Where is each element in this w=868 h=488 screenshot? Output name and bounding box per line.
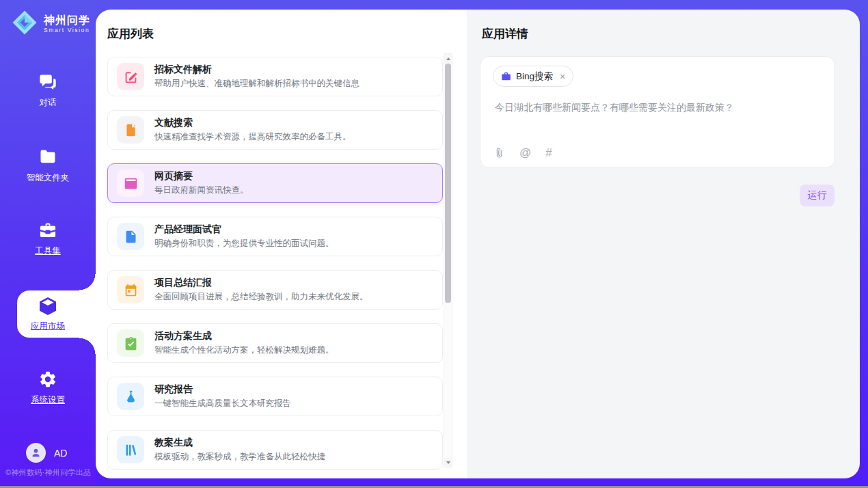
app-item-description: 一键智能生成高质量长文本研究报告 <box>154 399 291 409</box>
sidebar-item-folder[interactable]: 智能文件夹 <box>0 148 96 184</box>
doc-icon <box>117 223 144 250</box>
book-icon <box>117 116 144 144</box>
sidebar-item-cube[interactable]: 应用市场 <box>0 295 96 332</box>
sidebar: 神州问学 Smart Vision 对话智能文件夹工具集应用市场系统设置 AD … <box>0 0 96 486</box>
prompt-card: Bing搜索 × 今日湖北有哪些新闻要点？有哪些需要关注的最新政策？ @ # <box>480 56 835 168</box>
app-item-text: 网页摘要每日政府新闻资讯快查。 <box>154 171 249 195</box>
browser-icon <box>117 170 144 197</box>
books-icon <box>117 436 144 463</box>
app-item-description: 模板驱动，教案秒成，教学准备从此轻松快捷 <box>154 452 325 462</box>
app-item-title: 产品经理面试官 <box>154 224 334 234</box>
app-list-item[interactable]: 文献搜索快速精准查找学术资源，提高研究效率的必备工具。 <box>107 110 443 150</box>
app-item-title: 教案生成 <box>154 437 325 448</box>
scrollbar[interactable] <box>444 53 452 467</box>
app-list-item[interactable]: 活动方案生成智能生成个性化活动方案，轻松解决规划难题。 <box>107 323 443 363</box>
main-content: 应用列表 招标文件解析帮助用户快速、准确地理解和解析招标书中的关键信息文献搜索快… <box>96 10 860 478</box>
app-item-description: 每日政府新闻资讯快查。 <box>154 186 249 195</box>
app-item-text: 教案生成模板驱动，教案秒成，教学准备从此轻松快捷 <box>154 437 325 461</box>
app-list-item[interactable]: 研究报告一键智能生成高质量长文本研究报告 <box>107 377 443 416</box>
sidebar-item-label: 对话 <box>40 97 57 109</box>
sidebar-item-toolbox[interactable]: 工具集 <box>0 221 96 257</box>
app-item-text: 招标文件解析帮助用户快速、准确地理解和解析招标书中的关键信息 <box>154 64 360 88</box>
briefcase-icon <box>501 71 511 81</box>
mention-icon[interactable]: @ <box>519 147 531 159</box>
app-item-title: 网页摘要 <box>154 171 249 181</box>
sidebar-item-chat[interactable]: 对话 <box>0 72 96 109</box>
chat-icon <box>38 72 57 92</box>
calendar-icon <box>117 276 144 303</box>
app-item-title: 招标文件解析 <box>154 64 360 74</box>
folder-icon <box>38 148 57 167</box>
app-item-text: 研究报告一键智能生成高质量长文本研究报告 <box>154 384 291 408</box>
app-item-description: 智能生成个性化活动方案，轻松解决规划难题。 <box>154 346 334 355</box>
flask-icon <box>117 383 144 410</box>
app-item-text: 活动方案生成智能生成个性化活动方案，轻松解决规划难题。 <box>154 331 334 355</box>
paperclip-icon[interactable] <box>493 147 505 159</box>
input-toolbar: @ # <box>493 147 552 159</box>
down-arrow-icon <box>446 461 450 464</box>
app-list-item[interactable]: 项目总结汇报全面回顾项目进展，总结经验教训，助力未来优化发展。 <box>107 270 443 310</box>
tool-chip-bing-search[interactable]: Bing搜索 × <box>493 66 573 87</box>
clipboard-check-icon <box>117 329 144 357</box>
app-item-description: 全面回顾项目进展，总结经验教训，助力未来优化发展。 <box>154 293 368 302</box>
close-icon[interactable]: × <box>560 72 565 81</box>
hashtag-icon[interactable]: # <box>545 147 552 159</box>
cube-icon <box>37 295 59 317</box>
app-item-title: 活动方案生成 <box>154 331 334 341</box>
app-list-item[interactable]: 招标文件解析帮助用户快速、准确地理解和解析招标书中的关键信息 <box>107 57 443 96</box>
tool-chip-label: Bing搜索 <box>516 70 553 83</box>
app-list-title: 应用列表 <box>107 26 154 42</box>
active-nav-curve-bottom <box>79 338 96 354</box>
app-item-text: 文献搜索快速精准查找学术资源，提高研究效率的必备工具。 <box>154 118 351 141</box>
scrollbar-down-button[interactable] <box>444 458 452 467</box>
app-item-description: 帮助用户快速、准确地理解和解析招标书中的关键信息 <box>154 79 360 89</box>
app-detail-panel: 应用详情 Bing搜索 × 今日湖北有哪些新闻要点？有哪些需要关注的最新政策？ … <box>467 10 860 478</box>
active-nav-curve-top <box>79 274 96 290</box>
app-list: 招标文件解析帮助用户快速、准确地理解和解析招标书中的关键信息文献搜索快速精准查找… <box>107 57 443 478</box>
app-item-text: 项目总结汇报全面回顾项目进展，总结经验教训，助力未来优化发展。 <box>154 277 368 301</box>
app-item-title: 项目总结汇报 <box>154 277 368 288</box>
app-item-title: 文献搜索 <box>154 118 351 128</box>
logo-title: 神州问学 <box>44 14 90 27</box>
sidebar-item-label: 智能文件夹 <box>27 172 70 184</box>
sidebar-item-label: 工具集 <box>35 245 61 257</box>
run-button[interactable]: 运行 <box>800 185 835 206</box>
app-item-title: 研究报告 <box>154 384 291 394</box>
user-account[interactable]: AD <box>26 443 67 463</box>
app-logo: 神州问学 Smart Vision <box>11 9 90 39</box>
toolbox-icon <box>38 221 57 240</box>
user-initials: AD <box>54 448 67 459</box>
app-list-item[interactable]: 网页摘要每日政府新闻资讯快查。 <box>107 163 443 203</box>
sidebar-item-label: 应用市场 <box>31 321 65 332</box>
logo-subtitle: Smart Vision <box>44 27 90 33</box>
gear-icon <box>38 370 57 389</box>
app-item-description: 明确身份和职责，为您提供专业性的面试问题。 <box>154 239 334 249</box>
app-list-item[interactable]: 产品经理面试官明确身份和职责，为您提供专业性的面试问题。 <box>107 217 443 256</box>
app-item-text: 产品经理面试官明确身份和职责，为您提供专业性的面试问题。 <box>154 224 334 248</box>
logo-diamond-icon <box>11 9 38 39</box>
app-list-item[interactable]: 教案生成模板驱动，教案秒成，教学准备从此轻松快捷 <box>107 430 443 470</box>
sidebar-item-label: 系统设置 <box>31 394 65 406</box>
scrollbar-up-button[interactable] <box>444 54 452 63</box>
app-detail-title: 应用详情 <box>482 26 528 42</box>
app-list-panel: 应用列表 招标文件解析帮助用户快速、准确地理解和解析招标书中的关键信息文献搜索快… <box>96 10 467 478</box>
up-arrow-icon <box>446 57 450 60</box>
sidebar-item-gear[interactable]: 系统设置 <box>0 370 96 406</box>
prompt-text[interactable]: 今日湖北有哪些新闻要点？有哪些需要关注的最新政策？ <box>495 102 734 114</box>
copyright-text: ©神州数码·神州问学出品 <box>5 467 91 478</box>
scrollbar-thumb[interactable] <box>445 64 451 303</box>
app-item-description: 快速精准查找学术资源，提高研究效率的必备工具。 <box>154 133 351 142</box>
pen-icon <box>117 63 144 90</box>
avatar <box>26 443 46 463</box>
